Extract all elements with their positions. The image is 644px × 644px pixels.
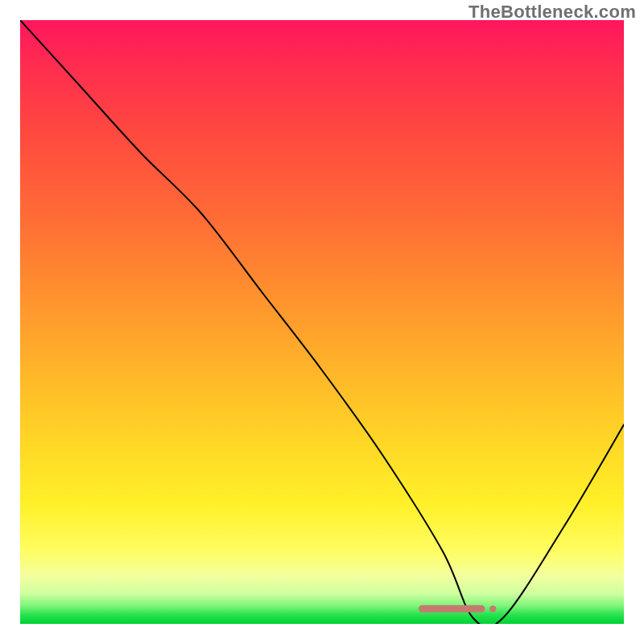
marker-layer: [20, 20, 624, 624]
optimal-range-marker-dot: [489, 605, 496, 612]
optimal-range-marker: [419, 605, 485, 613]
plot-area: [20, 20, 624, 624]
chart-stage: TheBottleneck.com: [0, 0, 644, 644]
